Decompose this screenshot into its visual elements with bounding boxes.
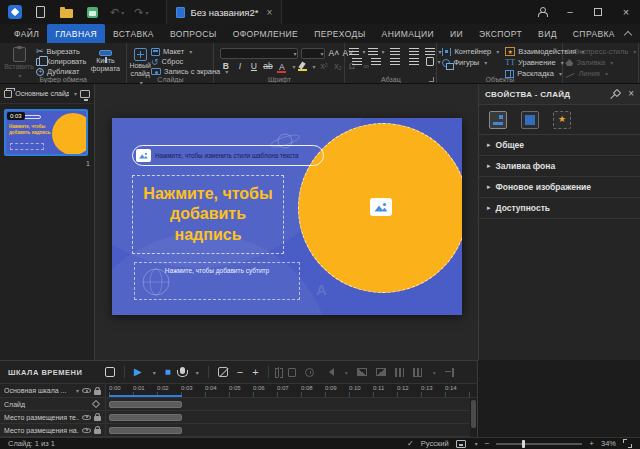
line-button[interactable]: Линия▾ bbox=[565, 69, 636, 78]
tab-home[interactable]: ГЛАВНАЯ bbox=[47, 24, 105, 43]
view-mode-caret[interactable]: ▾ bbox=[475, 440, 478, 447]
paste-button[interactable]: Вставить ▾ bbox=[2, 45, 36, 79]
font-color-button[interactable]: A bbox=[276, 62, 287, 72]
title-placeholder[interactable]: Нажмите, чтобы добавить надпись bbox=[132, 175, 284, 254]
language-indicator[interactable]: Русский bbox=[421, 439, 449, 448]
tab-design[interactable]: ОФОРМЛЕНИЕ bbox=[225, 24, 307, 43]
increase-font-button[interactable]: A˄ bbox=[328, 48, 339, 59]
clip-bar-text[interactable] bbox=[109, 414, 182, 421]
track-header-placeholder-text[interactable]: Место размещения те... bbox=[0, 411, 105, 424]
section-general[interactable]: ▸ Общее bbox=[479, 135, 640, 156]
document-tab-close-icon[interactable]: × bbox=[266, 7, 272, 18]
document-tab[interactable]: Без названия2* × bbox=[166, 0, 282, 24]
express-style-button[interactable]: AЭкспресс-стиль▾ bbox=[565, 47, 636, 56]
section-background-image[interactable]: ▸ Фоновое изображение bbox=[479, 177, 640, 198]
tab-ai[interactable]: ИИ bbox=[442, 24, 471, 43]
highlight-button[interactable] bbox=[298, 62, 307, 71]
highlight-caret[interactable]: ▾ bbox=[312, 63, 315, 70]
subscript-button[interactable]: x₂ bbox=[332, 61, 343, 72]
main-scale-row[interactable]: Основная шкала ... ▾ bbox=[0, 384, 105, 398]
properties-tab-animation[interactable] bbox=[553, 111, 571, 129]
properties-tab-transition[interactable] bbox=[521, 111, 539, 129]
visibility-icon[interactable] bbox=[82, 415, 91, 420]
italic-button[interactable]: I bbox=[234, 61, 245, 72]
marker-button[interactable] bbox=[218, 367, 228, 377]
lock-icon[interactable] bbox=[94, 429, 101, 434]
decrease-indent-button[interactable] bbox=[387, 48, 403, 55]
font-color-caret[interactable]: ▾ bbox=[292, 63, 295, 70]
scale-dropdown-caret[interactable]: ▾ bbox=[76, 387, 79, 394]
zoom-level[interactable]: 34% bbox=[601, 439, 616, 448]
volume-meter-icon[interactable] bbox=[395, 368, 404, 377]
tab-questions[interactable]: ВОПРОСЫ bbox=[162, 24, 225, 43]
visibility-icon[interactable] bbox=[82, 428, 91, 433]
align-justify-button[interactable] bbox=[406, 58, 422, 65]
strikethrough-button[interactable]: ab bbox=[262, 61, 273, 72]
properties-tab-slide[interactable] bbox=[489, 111, 507, 129]
slide-editor[interactable]: Нажмите, чтобы изменить стили шаблона те… bbox=[112, 118, 462, 315]
bold-button[interactable]: B bbox=[220, 61, 231, 72]
close-button[interactable]: × bbox=[612, 0, 640, 24]
levels-dropdown-caret[interactable]: ▾ bbox=[433, 369, 436, 376]
slides-panel-title[interactable]: Основные слайды bbox=[15, 90, 69, 97]
cut-button[interactable]: ✂Вырезать bbox=[36, 47, 86, 56]
maximize-button[interactable] bbox=[584, 0, 612, 24]
save-button[interactable] bbox=[84, 4, 100, 20]
microphone-button[interactable] bbox=[180, 367, 185, 374]
copy-button[interactable]: Копировать bbox=[36, 57, 86, 66]
fade-out-icon[interactable] bbox=[376, 368, 386, 376]
visibility-icon[interactable] bbox=[82, 388, 91, 393]
play-button[interactable]: ▶ bbox=[134, 367, 142, 377]
fit-to-window-icon[interactable] bbox=[623, 439, 632, 448]
clip-bar-slide[interactable] bbox=[109, 401, 182, 408]
audio-dropdown-caret[interactable]: ▾ bbox=[345, 369, 348, 376]
increase-indent-button[interactable] bbox=[406, 48, 422, 55]
minimize-button[interactable]: − bbox=[556, 0, 584, 24]
scrollbar-thumb[interactable] bbox=[471, 400, 476, 428]
track-header-placeholder-title[interactable]: Место размещения на... bbox=[0, 424, 105, 437]
zoom-slider-handle[interactable] bbox=[522, 440, 525, 448]
zoom-out-button[interactable]: − bbox=[485, 440, 490, 448]
template-style-placeholder[interactable]: Нажмите, чтобы изменить стили шаблона те… bbox=[132, 145, 324, 166]
duration-icon[interactable] bbox=[305, 368, 314, 377]
play-dropdown-caret[interactable]: ▾ bbox=[153, 369, 156, 376]
tab-help[interactable]: СПРАВКА bbox=[565, 24, 623, 43]
align-left-button[interactable] bbox=[349, 58, 365, 65]
container-button[interactable]: Контейнер▾ bbox=[442, 47, 499, 56]
timeline-ruler[interactable]: 0:00 0:01 0:02 0:03 0:04 0:05 0:06 0:07 … bbox=[106, 384, 477, 398]
shapes-button[interactable]: Фигуры▾ bbox=[442, 58, 499, 67]
open-file-button[interactable] bbox=[58, 4, 74, 20]
pin-icon[interactable] bbox=[611, 90, 620, 99]
fade-in-icon[interactable] bbox=[357, 368, 367, 376]
bullet-list-button[interactable]: ▾ bbox=[349, 48, 365, 55]
trim-clip-icon[interactable] bbox=[288, 368, 296, 377]
timeline-zoom-in-button[interactable]: + bbox=[252, 367, 258, 377]
new-document-button[interactable] bbox=[32, 4, 48, 20]
spellcheck-icon[interactable]: ✓ bbox=[407, 439, 414, 448]
section-accessibility[interactable]: ▸ Доступность bbox=[479, 198, 640, 219]
timeline-zoom-out-button[interactable]: − bbox=[237, 367, 243, 377]
redo-dropdown-caret[interactable]: ▾ bbox=[145, 9, 148, 16]
collapse-ribbon-icon[interactable] bbox=[624, 31, 632, 36]
tab-file[interactable]: ФАЙЛ bbox=[6, 24, 47, 43]
stop-button[interactable]: ■ bbox=[165, 367, 171, 377]
tab-insert[interactable]: ВСТАВКА bbox=[105, 24, 162, 43]
font-size-select[interactable] bbox=[301, 48, 325, 59]
presenter-view-icon[interactable] bbox=[80, 90, 90, 98]
zoom-in-button[interactable]: + bbox=[589, 440, 594, 448]
lock-icon[interactable] bbox=[94, 416, 101, 421]
preview-frame-button[interactable] bbox=[105, 367, 115, 377]
tab-view[interactable]: ВИД bbox=[530, 24, 565, 43]
tab-transitions[interactable]: ПЕРЕХОДЫ bbox=[306, 24, 373, 43]
duplicate-button[interactable]: Дубликат bbox=[36, 67, 86, 76]
numbered-list-button[interactable]: ▾ bbox=[368, 48, 384, 55]
underline-button[interactable]: U bbox=[248, 61, 259, 72]
track-header-slide[interactable]: Слайд bbox=[0, 398, 105, 411]
undo-button[interactable]: ↶▾ bbox=[110, 6, 124, 19]
jump-to-end-icon[interactable] bbox=[445, 368, 454, 377]
audio-icon[interactable] bbox=[325, 368, 334, 376]
close-panel-icon[interactable]: × bbox=[628, 89, 634, 99]
microphone-dropdown-caret[interactable]: ▾ bbox=[196, 369, 199, 376]
tab-export[interactable]: ЭКСПОРТ bbox=[471, 24, 530, 43]
format-painter-button[interactable]: Кисть формата bbox=[86, 45, 124, 73]
